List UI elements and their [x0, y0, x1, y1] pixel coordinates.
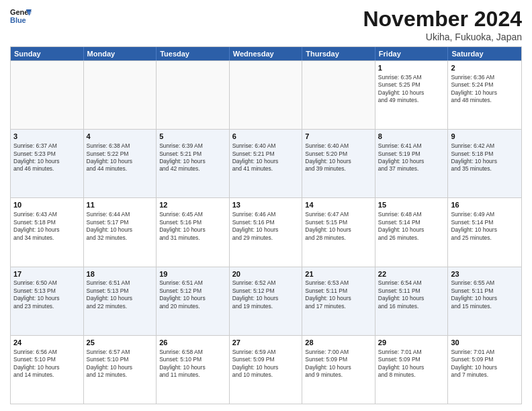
day-number: 11: [87, 200, 154, 210]
calendar-body: 1Sunrise: 6:35 AMSunset: 5:25 PMDaylight…: [11, 60, 521, 404]
svg-text:Blue: Blue: [10, 16, 26, 24]
header-day-saturday: Saturday: [448, 47, 521, 60]
cell-details: Sunrise: 7:01 AMSunset: 5:09 PMDaylight:…: [451, 349, 519, 379]
title-block: November 2024 Ukiha, Fukuoka, Japan: [363, 7, 522, 42]
calendar-cell: 20Sunrise: 6:52 AMSunset: 5:12 PMDayligh…: [230, 267, 303, 335]
cell-details: Sunrise: 6:39 AMSunset: 5:21 PMDaylight:…: [159, 142, 226, 173]
day-number: 26: [159, 338, 226, 348]
calendar-cell: [84, 61, 157, 129]
calendar-cell: 5Sunrise: 6:39 AMSunset: 5:21 PMDaylight…: [157, 130, 230, 197]
calendar-cell: 12Sunrise: 6:45 AMSunset: 5:16 PMDayligh…: [157, 198, 230, 266]
cell-details: Sunrise: 6:50 AMSunset: 5:13 PMDaylight:…: [13, 279, 81, 310]
cell-details: Sunrise: 7:01 AMSunset: 5:09 PMDaylight:…: [378, 349, 445, 379]
calendar-row-2: 10Sunrise: 6:43 AMSunset: 5:18 PMDayligh…: [11, 197, 521, 266]
day-number: 13: [232, 200, 300, 210]
day-number: 21: [305, 269, 372, 279]
day-number: 14: [305, 200, 372, 210]
day-number: 5: [159, 132, 226, 142]
day-number: 18: [87, 269, 154, 279]
day-number: 16: [451, 200, 519, 210]
day-number: 3: [13, 132, 81, 142]
logo: General Blue: [10, 7, 32, 26]
cell-details: Sunrise: 6:37 AMSunset: 5:23 PMDaylight:…: [13, 142, 81, 173]
day-number: 27: [232, 338, 300, 348]
calendar-cell: 28Sunrise: 7:00 AMSunset: 5:09 PMDayligh…: [302, 336, 375, 404]
page: General Blue November 2024 Ukiha, Fukuok…: [0, 0, 532, 411]
cell-details: Sunrise: 6:40 AMSunset: 5:20 PMDaylight:…: [305, 142, 372, 173]
cell-details: Sunrise: 6:40 AMSunset: 5:21 PMDaylight:…: [232, 142, 300, 173]
calendar-cell: 4Sunrise: 6:38 AMSunset: 5:22 PMDaylight…: [84, 130, 157, 197]
calendar-row-1: 3Sunrise: 6:37 AMSunset: 5:23 PMDaylight…: [11, 129, 521, 197]
calendar-header-row: SundayMondayTuesdayWednesdayThursdayFrid…: [11, 47, 521, 60]
cell-details: Sunrise: 6:57 AMSunset: 5:10 PMDaylight:…: [87, 349, 154, 379]
calendar-cell: 19Sunrise: 6:51 AMSunset: 5:12 PMDayligh…: [157, 267, 230, 335]
cell-details: Sunrise: 6:51 AMSunset: 5:12 PMDaylight:…: [159, 279, 226, 310]
calendar-cell: [230, 61, 303, 129]
calendar-cell: 2Sunrise: 6:36 AMSunset: 5:24 PMDaylight…: [448, 61, 521, 129]
cell-details: Sunrise: 6:58 AMSunset: 5:10 PMDaylight:…: [159, 349, 226, 379]
cell-details: Sunrise: 6:55 AMSunset: 5:11 PMDaylight:…: [451, 279, 519, 310]
day-number: 17: [13, 269, 81, 279]
calendar-cell: 14Sunrise: 6:47 AMSunset: 5:15 PMDayligh…: [302, 198, 375, 266]
calendar-cell: 11Sunrise: 6:44 AMSunset: 5:17 PMDayligh…: [84, 198, 157, 266]
day-number: 2: [451, 63, 519, 73]
cell-details: Sunrise: 6:53 AMSunset: 5:11 PMDaylight:…: [305, 279, 372, 310]
cell-details: Sunrise: 6:51 AMSunset: 5:13 PMDaylight:…: [87, 279, 154, 310]
calendar-cell: 15Sunrise: 6:48 AMSunset: 5:14 PMDayligh…: [375, 198, 449, 266]
calendar-cell: 25Sunrise: 6:57 AMSunset: 5:10 PMDayligh…: [84, 336, 157, 404]
calendar-row-0: 1Sunrise: 6:35 AMSunset: 5:25 PMDaylight…: [11, 60, 521, 129]
calendar-cell: [11, 61, 84, 129]
calendar-cell: 13Sunrise: 6:46 AMSunset: 5:16 PMDayligh…: [230, 198, 303, 266]
calendar-row-4: 24Sunrise: 6:56 AMSunset: 5:10 PMDayligh…: [11, 335, 521, 404]
calendar-cell: 30Sunrise: 7:01 AMSunset: 5:09 PMDayligh…: [448, 336, 521, 404]
cell-details: Sunrise: 6:45 AMSunset: 5:16 PMDaylight:…: [159, 211, 226, 242]
day-number: 29: [378, 338, 445, 348]
day-number: 1: [378, 63, 445, 73]
calendar-cell: 29Sunrise: 7:01 AMSunset: 5:09 PMDayligh…: [375, 336, 449, 404]
cell-details: Sunrise: 6:36 AMSunset: 5:24 PMDaylight:…: [451, 74, 519, 105]
calendar-cell: 6Sunrise: 6:40 AMSunset: 5:21 PMDaylight…: [230, 130, 303, 197]
calendar-cell: 21Sunrise: 6:53 AMSunset: 5:11 PMDayligh…: [302, 267, 375, 335]
calendar-row-3: 17Sunrise: 6:50 AMSunset: 5:13 PMDayligh…: [11, 267, 521, 335]
day-number: 7: [305, 132, 372, 142]
cell-details: Sunrise: 6:47 AMSunset: 5:15 PMDaylight:…: [305, 211, 372, 242]
cell-details: Sunrise: 6:38 AMSunset: 5:22 PMDaylight:…: [87, 142, 154, 173]
day-number: 22: [378, 269, 445, 279]
day-number: 10: [13, 200, 81, 210]
calendar-cell: 22Sunrise: 6:54 AMSunset: 5:11 PMDayligh…: [375, 267, 449, 335]
day-number: 6: [232, 132, 300, 142]
calendar-cell: 10Sunrise: 6:43 AMSunset: 5:18 PMDayligh…: [11, 198, 84, 266]
calendar-cell: 27Sunrise: 6:59 AMSunset: 5:09 PMDayligh…: [230, 336, 303, 404]
day-number: 20: [232, 269, 300, 279]
calendar-cell: 3Sunrise: 6:37 AMSunset: 5:23 PMDaylight…: [11, 130, 84, 197]
day-number: 8: [378, 132, 445, 142]
cell-details: Sunrise: 6:42 AMSunset: 5:18 PMDaylight:…: [451, 142, 519, 173]
cell-details: Sunrise: 6:54 AMSunset: 5:11 PMDaylight:…: [378, 279, 445, 310]
day-number: 9: [451, 132, 519, 142]
calendar-cell: 26Sunrise: 6:58 AMSunset: 5:10 PMDayligh…: [157, 336, 230, 404]
cell-details: Sunrise: 6:52 AMSunset: 5:12 PMDaylight:…: [232, 279, 300, 310]
calendar-cell: [157, 61, 230, 129]
calendar-cell: 1Sunrise: 6:35 AMSunset: 5:25 PMDaylight…: [375, 61, 449, 129]
cell-details: Sunrise: 7:00 AMSunset: 5:09 PMDaylight:…: [305, 349, 372, 379]
location-subtitle: Ukiha, Fukuoka, Japan: [363, 32, 522, 42]
calendar-cell: 7Sunrise: 6:40 AMSunset: 5:20 PMDaylight…: [302, 130, 375, 197]
cell-details: Sunrise: 6:46 AMSunset: 5:16 PMDaylight:…: [232, 211, 300, 242]
header-day-tuesday: Tuesday: [157, 47, 230, 60]
calendar-cell: 23Sunrise: 6:55 AMSunset: 5:11 PMDayligh…: [448, 267, 521, 335]
header: General Blue November 2024 Ukiha, Fukuok…: [10, 7, 522, 42]
calendar: SundayMondayTuesdayWednesdayThursdayFrid…: [10, 46, 522, 404]
day-number: 25: [87, 338, 154, 348]
cell-details: Sunrise: 6:56 AMSunset: 5:10 PMDaylight:…: [13, 349, 81, 379]
cell-details: Sunrise: 6:48 AMSunset: 5:14 PMDaylight:…: [378, 211, 445, 242]
day-number: 23: [451, 269, 519, 279]
day-number: 24: [13, 338, 81, 348]
day-number: 4: [87, 132, 154, 142]
calendar-cell: 16Sunrise: 6:49 AMSunset: 5:14 PMDayligh…: [448, 198, 521, 266]
cell-details: Sunrise: 6:41 AMSunset: 5:19 PMDaylight:…: [378, 142, 445, 173]
calendar-cell: 18Sunrise: 6:51 AMSunset: 5:13 PMDayligh…: [84, 267, 157, 335]
day-number: 30: [451, 338, 519, 348]
header-day-friday: Friday: [375, 47, 449, 60]
header-day-thursday: Thursday: [302, 47, 375, 60]
calendar-cell: [302, 61, 375, 129]
